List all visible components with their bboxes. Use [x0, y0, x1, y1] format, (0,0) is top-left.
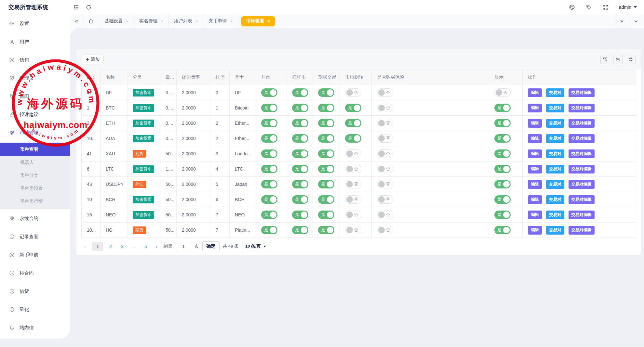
sidebar-subitem-币种分类[interactable]: 币种分类 [0, 169, 70, 182]
op-编辑-button[interactable]: 编辑 [528, 149, 542, 158]
toggle-on[interactable]: 是 [494, 149, 511, 158]
toggle-on[interactable]: 是 [345, 104, 361, 112]
toggle-on[interactable]: 是 [261, 134, 277, 143]
op-交易对-button[interactable]: 交易对 [546, 88, 564, 97]
fullscreen-icon[interactable] [602, 0, 610, 14]
op-编辑-button[interactable]: 编辑 [528, 134, 542, 143]
toggle-off[interactable]: 否 [377, 165, 393, 173]
sidebar-item-钱包[interactable]: 钱包 [0, 51, 70, 69]
op-编辑-button[interactable]: 编辑 [528, 195, 542, 204]
toggle-on[interactable]: 是 [318, 88, 334, 97]
sidebar-item-站内信[interactable]: 站内信 [0, 318, 70, 337]
toggle-on[interactable]: 是 [261, 165, 277, 173]
sidebar-subitem-平台币行情[interactable]: 平台币行情 [0, 195, 70, 208]
toggle-off[interactable]: 否 [377, 134, 393, 143]
toggle-on[interactable]: 是 [292, 165, 308, 173]
toggle-on[interactable]: 是 [318, 165, 334, 173]
sidebar-item-秒合约[interactable]: 秒合约 [0, 264, 70, 282]
toggle-off[interactable]: 否 [345, 149, 361, 158]
op-编辑-button[interactable]: 编辑 [528, 211, 542, 219]
tab-币种查看[interactable]: 币种查看× [241, 16, 275, 26]
op-编辑-button[interactable]: 编辑 [528, 180, 542, 189]
toggle-off[interactable]: 否 [377, 149, 393, 158]
op-交易对编辑-button[interactable]: 交易对编辑 [569, 134, 595, 143]
op-交易对编辑-button[interactable]: 交易对编辑 [569, 180, 595, 189]
toggle-on[interactable]: 是 [261, 195, 277, 204]
goto-confirm-button[interactable]: 确定 [202, 241, 220, 251]
op-交易对编辑-button[interactable]: 交易对编辑 [569, 149, 595, 158]
toggle-off[interactable]: 否 [345, 195, 361, 204]
export-icon[interactable] [613, 55, 623, 64]
toggle-on[interactable]: 是 [292, 180, 308, 188]
toggle-on[interactable]: 是 [318, 149, 334, 158]
toggle-on[interactable]: 是 [318, 134, 334, 143]
toggle-on[interactable]: 是 [494, 119, 511, 127]
toggle-off[interactable]: 否 [494, 88, 511, 97]
op-交易对-button[interactable]: 交易对 [546, 211, 564, 219]
toggle-on[interactable]: 是 [292, 134, 308, 143]
refresh-icon[interactable] [82, 0, 95, 14]
page-3-button[interactable]: 3 [118, 242, 127, 251]
toggle-off[interactable]: 否 [345, 180, 361, 188]
op-交易对编辑-button[interactable]: 交易对编辑 [569, 211, 595, 219]
toggle-off[interactable]: 否 [377, 88, 393, 97]
toggle-off[interactable]: 否 [345, 88, 361, 97]
sort-icon[interactable] [92, 76, 95, 80]
op-交易对-button[interactable]: 交易对 [546, 134, 564, 143]
toggle-on[interactable]: 是 [261, 211, 277, 219]
tab-实名管理[interactable]: 实名管理× [134, 14, 169, 28]
columns-setting-icon[interactable] [600, 55, 610, 64]
toggle-on[interactable]: 是 [292, 119, 308, 127]
toggle-off[interactable]: 否 [345, 165, 361, 173]
print-icon[interactable] [626, 55, 636, 64]
sidebar-item-用户[interactable]: 用户 [0, 32, 70, 51]
toggle-on[interactable]: 是 [318, 195, 334, 204]
sidebar-item-借贷[interactable]: 借贷 [0, 282, 70, 300]
toggle-on[interactable]: 是 [318, 180, 334, 188]
op-交易对-button[interactable]: 交易对 [546, 180, 564, 189]
home-tab-icon[interactable] [83, 14, 99, 28]
tag-icon[interactable] [585, 0, 593, 14]
prev-page-button[interactable]: ‹ [82, 244, 89, 249]
op-编辑-button[interactable]: 编辑 [528, 226, 542, 235]
toggle-on[interactable]: 是 [261, 88, 277, 97]
toggle-on[interactable]: 是 [494, 180, 511, 188]
page-size-select[interactable]: 10 条/页 [242, 242, 269, 251]
add-button[interactable]: + 添加 [82, 55, 104, 64]
op-编辑-button[interactable]: 编辑 [528, 165, 542, 174]
user-menu[interactable]: admin [619, 5, 637, 10]
toggle-on[interactable]: 是 [318, 119, 334, 127]
op-交易对-button[interactable]: 交易对 [546, 104, 564, 112]
tabs-menu-button[interactable] [628, 14, 644, 28]
sidebar-item-量化[interactable]: 量化 [0, 300, 70, 318]
toggle-on[interactable]: 是 [261, 180, 277, 188]
toggle-on[interactable]: 是 [261, 149, 277, 158]
toggle-on[interactable]: 是 [292, 88, 308, 97]
close-icon[interactable]: × [161, 19, 163, 24]
sidebar-item-新币申购[interactable]: 新币申购 [0, 246, 70, 264]
toggle-on[interactable]: 是 [318, 211, 334, 219]
close-icon[interactable]: × [230, 19, 233, 24]
toggle-off[interactable]: 否 [377, 211, 393, 219]
toggle-off[interactable]: 否 [345, 211, 361, 219]
next-page-button[interactable]: › [153, 244, 160, 249]
sidebar-item-管理员[interactable]: 管理员 [0, 69, 70, 87]
toggle-on[interactable]: 是 [494, 165, 511, 173]
op-交易对编辑-button[interactable]: 交易对编辑 [569, 104, 595, 112]
op-交易对编辑-button[interactable]: 交易对编辑 [569, 165, 595, 174]
op-交易对-button[interactable]: 交易对 [546, 149, 564, 158]
toggle-on[interactable]: 是 [292, 226, 308, 234]
sidebar-subitem-机器人[interactable]: 机器人 [0, 156, 70, 169]
sidebar-item-永续合约[interactable]: 永续合约 [0, 209, 70, 227]
close-icon[interactable]: × [126, 19, 128, 24]
toggle-on[interactable]: 是 [318, 104, 334, 112]
collapse-menu-icon[interactable] [70, 0, 82, 14]
tab-基础设置[interactable]: 基础设置× [99, 14, 134, 28]
toggle-off[interactable]: 否 [377, 195, 393, 204]
page-5-button[interactable]: 5 [141, 242, 150, 251]
tabs-scroll-right-button[interactable]: » [615, 14, 628, 28]
theme-palette-icon[interactable] [568, 0, 576, 14]
op-编辑-button[interactable]: 编辑 [528, 88, 542, 97]
op-交易对编辑-button[interactable]: 交易对编辑 [569, 119, 595, 128]
page-2-button[interactable]: 2 [106, 242, 115, 251]
